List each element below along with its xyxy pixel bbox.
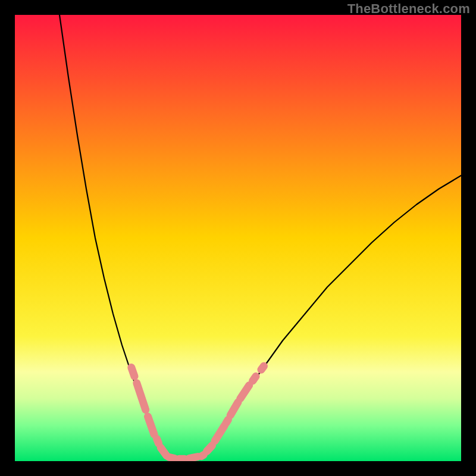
marker-capsule [226,419,228,423]
watermark-label: TheBottleneck.com [347,1,470,17]
marker-capsule [261,366,264,369]
marker-capsule [189,457,198,459]
marker-capsule [253,377,256,381]
gradient-background [15,15,461,461]
marker-capsule [157,439,159,444]
marker-capsule [207,446,212,452]
marker-capsule [131,368,134,377]
marker-capsule [202,455,204,456]
chart-frame [15,15,461,461]
marker-capsule [161,448,167,456]
bottleneck-curve-chart [15,15,461,461]
marker-capsule [169,457,175,458]
